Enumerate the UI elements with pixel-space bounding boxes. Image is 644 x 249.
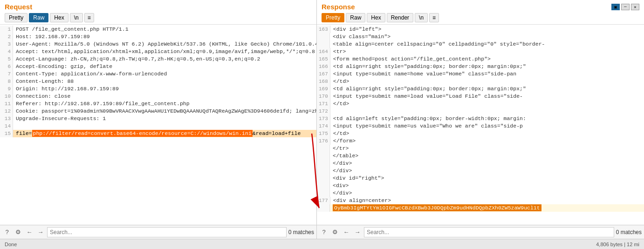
table-row: </div> — [317, 167, 644, 175]
line-content: Accept: text/html,application/xhtml+xml,… — [13, 48, 316, 55]
window-icon-tile[interactable]: ▣ — [611, 4, 620, 10]
table-row: 9Origin: http://192.168.97.159:89 — [0, 85, 316, 93]
request-content: 1POST /file_get_content.php HTTP/1.12Hos… — [0, 25, 316, 225]
table-row: <table align=center cellspacing="0" cell… — [317, 40, 644, 48]
line-content: <form method=post action="/file_get_cont… — [330, 55, 493, 63]
line-content: <tr> — [330, 48, 349, 55]
line-content: <table align=center cellspacing="0" cell… — [330, 40, 548, 48]
response-help-btn[interactable]: ? — [319, 228, 329, 237]
line-number: 171 — [317, 100, 330, 108]
request-search-back-btn[interactable]: ← — [25, 228, 34, 237]
response-tab-pretty[interactable]: Pretty — [322, 13, 344, 22]
request-tab-pretty[interactable]: Pretty — [5, 13, 27, 22]
status-right: 4,806 bytes | 12 mi — [596, 242, 639, 247]
panels-wrapper: Request Pretty Raw Hex \n ≡ 1POST /file_… — [0, 0, 644, 239]
table-row: 168 </td> — [317, 78, 644, 85]
table-row: 166 <td align=right style="padding:0px; … — [317, 63, 644, 70]
line-number — [317, 204, 330, 212]
response-tab-newline[interactable]: \n — [415, 13, 428, 22]
line-number: 7 — [0, 70, 13, 78]
line-number: 170 — [317, 93, 330, 100]
response-tab-hex[interactable]: Hex — [367, 13, 385, 22]
line-content: <div class="main"> — [330, 33, 393, 40]
line-content: </div> — [330, 167, 355, 175]
table-row: 169 <td align=right style="padding:0px; … — [317, 85, 644, 93]
request-title: Request — [5, 3, 312, 11]
line-content: Referer: http://192.168.97.159:89/file_g… — [13, 100, 192, 108]
line-number: 175 — [317, 130, 330, 137]
status-left: Done — [5, 242, 17, 247]
line-number — [317, 182, 330, 189]
line-content: <td align=left style="padding:0px; borde… — [330, 115, 529, 122]
table-row: <div class="main"> — [317, 33, 644, 40]
line-content: <div> — [330, 182, 352, 189]
response-title: Response — [322, 3, 355, 11]
table-row: 172 — [317, 108, 644, 115]
request-panel-header: Request Pretty Raw Hex \n ≡ — [0, 0, 316, 25]
line-content: </div> — [330, 160, 355, 167]
response-search-back-btn[interactable]: ← — [342, 228, 351, 237]
table-row: 174 <input type=submit name=us value="Wh… — [317, 122, 644, 130]
line-content: <div id="right"> — [330, 175, 387, 182]
line-content: <input type=submit name=load value="Load… — [330, 93, 526, 100]
line-content: <div id="left"> — [330, 26, 384, 33]
table-row: 6Accept-Encoding: gzip, deflate — [0, 63, 316, 70]
line-number — [317, 152, 330, 160]
request-tab-hex[interactable]: Hex — [50, 13, 68, 22]
line-number: 172 — [317, 108, 330, 115]
line-content: OyBmb3IgMTYtYm1OIGFwcCBzdXBwb3J0DQpbZm9u… — [330, 204, 544, 212]
line-content: <input type=submit name=us value="Who we… — [330, 122, 526, 130]
line-content: <td align=right style="padding:0px; bord… — [330, 63, 529, 70]
line-content: </div> — [330, 189, 355, 197]
base64-value: OyBmb3IgMTYtYm1OIGFwcCBzdXBwb3J0DQpbZm9u… — [333, 204, 541, 211]
window-icon-close[interactable]: ✕ — [631, 4, 639, 10]
line-number: 15 — [0, 130, 13, 137]
table-row: 167 <input type=submit name=home value="… — [317, 70, 644, 78]
table-row: 7Content-Type: application/x-www-form-ur… — [0, 70, 316, 78]
response-tab-render[interactable]: Render — [387, 13, 413, 22]
line-content: Connection: close — [13, 93, 73, 100]
line-content: Origin: http://192.168.97.159:89 — [13, 85, 122, 93]
line-number: 12 — [0, 108, 13, 115]
line-number: 2 — [0, 33, 13, 40]
table-row: 163 <div id="left"> — [317, 26, 644, 33]
request-settings-btn[interactable]: ⚙ — [14, 228, 23, 237]
line-number: 166 — [317, 63, 330, 70]
line-number: 176 — [317, 137, 330, 145]
response-search-input[interactable] — [364, 227, 614, 237]
line-number: 9 — [0, 85, 13, 93]
request-tab-raw[interactable]: Raw — [29, 13, 48, 22]
request-tab-newline[interactable]: \n — [70, 13, 83, 22]
response-panel-header: Response ▣ — ✕ Pretty Raw Hex Render \n … — [317, 0, 644, 25]
line-content — [330, 108, 336, 115]
request-tab-menu[interactable]: ≡ — [84, 13, 94, 22]
table-row: 4Accept: text/html,application/xhtml+xml… — [0, 48, 316, 55]
line-content: Content-Length: 88 — [13, 78, 76, 85]
table-row: 164 <tr> — [317, 48, 644, 55]
window-icon-minimize[interactable]: — — [621, 4, 630, 10]
line-number: 6 — [0, 63, 13, 70]
line-content: </td> — [330, 130, 352, 137]
line-number: 14 — [0, 122, 13, 130]
response-panel: Response ▣ — ✕ Pretty Raw Hex Render \n … — [317, 0, 644, 239]
table-row: 170 <input type=submit name=load value="… — [317, 93, 644, 100]
line-content: Content-Type: application/x-www-form-url… — [13, 70, 170, 78]
request-toolbar: Pretty Raw Hex \n ≡ — [5, 13, 312, 22]
line-number: 167 — [317, 70, 330, 78]
request-search-input[interactable] — [47, 227, 287, 237]
line-number: 163 — [317, 26, 330, 33]
response-content: 163 <div id="left"> <div class="main"> <… — [317, 25, 644, 225]
table-row: 8Content-Length: 88 — [0, 78, 316, 85]
request-search-forward-btn[interactable]: → — [36, 228, 45, 237]
response-search-forward-btn[interactable]: → — [353, 228, 362, 237]
response-tab-menu[interactable]: ≡ — [429, 13, 439, 22]
response-bottom-bar: ? ⚙ ← → 0 matches — [317, 225, 644, 239]
line-content: Accept-Encoding: gzip, deflate — [13, 63, 115, 70]
line-content: Host: 192.168.97.159:89 — [13, 33, 93, 40]
response-tab-raw[interactable]: Raw — [346, 13, 365, 22]
line-number — [317, 40, 330, 48]
response-settings-btn[interactable]: ⚙ — [330, 228, 340, 237]
request-help-btn[interactable]: ? — [2, 228, 12, 237]
table-row: </div> — [317, 160, 644, 167]
line-content: </td> — [330, 100, 352, 108]
